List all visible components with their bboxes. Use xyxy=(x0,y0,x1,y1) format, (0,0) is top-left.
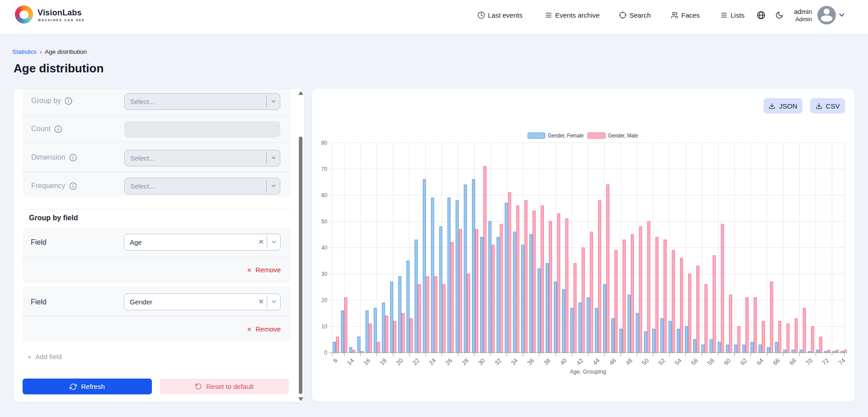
svg-text:64: 64 xyxy=(755,357,765,366)
svg-text:52: 52 xyxy=(657,357,666,366)
svg-text:70: 70 xyxy=(804,357,814,366)
svg-text:68: 68 xyxy=(788,357,797,366)
svg-text:30: 30 xyxy=(321,271,328,277)
svg-text:30: 30 xyxy=(477,357,486,366)
svg-text:34: 34 xyxy=(509,357,519,366)
svg-text:20: 20 xyxy=(395,357,405,366)
svg-text:66: 66 xyxy=(772,357,781,366)
svg-text:56: 56 xyxy=(690,357,699,366)
svg-text:72: 72 xyxy=(821,357,830,366)
svg-text:Gender, Male: Gender, Male xyxy=(608,132,638,139)
svg-text:32: 32 xyxy=(493,357,503,366)
svg-text:50: 50 xyxy=(641,357,650,366)
svg-text:Gender, Female: Gender, Female xyxy=(548,132,584,139)
svg-text:36: 36 xyxy=(526,357,535,366)
svg-text:24: 24 xyxy=(428,357,437,366)
svg-text:42: 42 xyxy=(575,357,585,366)
svg-text:48: 48 xyxy=(624,357,634,366)
svg-text:62: 62 xyxy=(739,357,748,366)
svg-text:58: 58 xyxy=(706,357,716,366)
svg-text:60: 60 xyxy=(321,192,328,199)
svg-text:26: 26 xyxy=(444,357,453,366)
svg-text:20: 20 xyxy=(321,297,328,303)
svg-text:44: 44 xyxy=(591,357,601,366)
svg-text:Age, Grouping: Age, Grouping xyxy=(570,369,606,375)
svg-text:54: 54 xyxy=(673,357,683,366)
svg-text:60: 60 xyxy=(722,357,732,366)
svg-text:6: 6 xyxy=(332,357,339,364)
svg-text:22: 22 xyxy=(411,357,421,366)
svg-text:14: 14 xyxy=(346,357,355,366)
svg-text:18: 18 xyxy=(378,357,388,366)
svg-text:46: 46 xyxy=(608,357,618,366)
svg-text:74: 74 xyxy=(837,357,847,366)
svg-text:16: 16 xyxy=(362,357,372,366)
svg-text:10: 10 xyxy=(321,323,328,330)
svg-text:70: 70 xyxy=(321,166,328,172)
svg-text:28: 28 xyxy=(460,357,470,366)
svg-text:40: 40 xyxy=(559,357,568,366)
svg-text:38: 38 xyxy=(542,357,552,366)
svg-text:80: 80 xyxy=(321,140,328,146)
svg-text:0: 0 xyxy=(324,350,327,356)
svg-text:40: 40 xyxy=(321,245,328,251)
svg-text:50: 50 xyxy=(321,218,328,225)
